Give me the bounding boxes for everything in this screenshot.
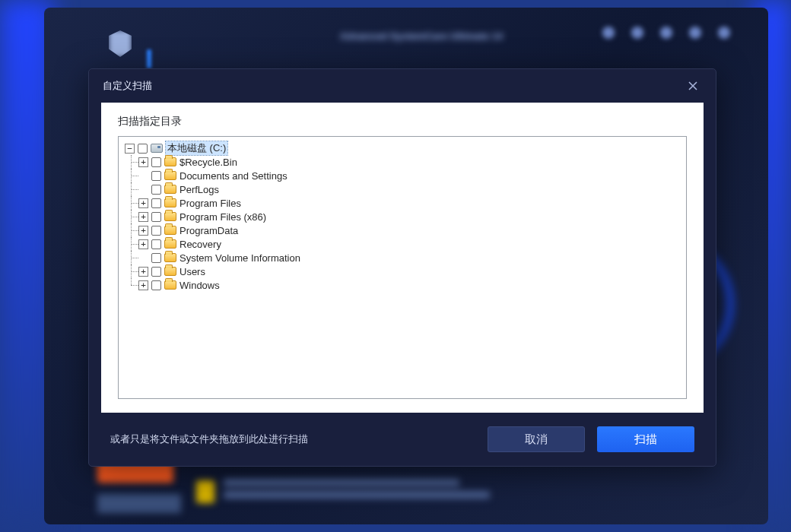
close-icon xyxy=(688,81,697,90)
folder-icon xyxy=(164,185,176,194)
node-label[interactable]: Documents and Settings xyxy=(179,170,287,182)
expand-icon[interactable] xyxy=(138,267,148,277)
dialog-body: 扫描指定目录 本地磁盘 (C:)$Recycle.BinDocuments an… xyxy=(101,103,704,413)
expand-icon[interactable] xyxy=(138,212,148,222)
node-label[interactable]: $Recycle.Bin xyxy=(179,157,237,168)
folder-icon xyxy=(164,239,176,249)
checkbox[interactable] xyxy=(151,253,161,263)
tree-folder-node[interactable]: Windows xyxy=(125,278,680,292)
directory-tree[interactable]: 本地磁盘 (C:)$Recycle.BinDocuments and Setti… xyxy=(118,136,687,399)
folder-icon xyxy=(164,157,176,166)
checkbox[interactable] xyxy=(151,171,161,181)
close-button[interactable] xyxy=(684,77,702,95)
folder-icon xyxy=(164,171,176,180)
tree-folder-node[interactable]: Program Files xyxy=(125,196,680,210)
folder-icon xyxy=(164,226,176,235)
collapse-icon[interactable] xyxy=(125,144,135,154)
checkbox[interactable] xyxy=(151,212,161,222)
dialog-header: 自定义扫描 xyxy=(89,69,716,103)
tree-folder-node[interactable]: PerfLogs xyxy=(125,182,680,196)
cancel-button[interactable]: 取消 xyxy=(488,426,585,452)
checkbox[interactable] xyxy=(151,226,161,236)
node-label[interactable]: 本地磁盘 (C:) xyxy=(166,141,227,155)
checkbox[interactable] xyxy=(151,267,161,277)
checkbox[interactable] xyxy=(151,157,161,167)
expand-icon[interactable] xyxy=(138,239,148,249)
tree-folder-node[interactable]: Users xyxy=(125,264,680,278)
disk-icon xyxy=(151,144,163,153)
checkbox[interactable] xyxy=(151,198,161,208)
bg-bottom-bar xyxy=(97,494,181,513)
drag-drop-hint: 或者只是将文件或文件夹拖放到此处进行扫描 xyxy=(110,432,308,446)
folder-icon xyxy=(164,253,176,262)
checkbox[interactable] xyxy=(151,239,161,249)
folder-icon xyxy=(164,212,176,221)
bg-info-text xyxy=(196,479,500,505)
custom-scan-dialog: 自定义扫描 扫描指定目录 本地磁盘 (C:)$Recycle.BinDocume… xyxy=(88,68,716,467)
footer-buttons: 取消 扫描 xyxy=(488,426,694,452)
node-label[interactable]: Users xyxy=(179,266,205,277)
section-label: 扫描指定目录 xyxy=(118,115,687,128)
dialog-footer: 或者只是将文件或文件夹拖放到此处进行扫描 取消 扫描 xyxy=(89,413,716,466)
tree-folder-node[interactable]: Program Files (x86) xyxy=(125,210,680,223)
checkbox[interactable] xyxy=(138,144,148,154)
tree-folder-node[interactable]: $Recycle.Bin xyxy=(125,155,680,169)
bg-tab-indicator xyxy=(147,49,151,68)
tree-folder-node[interactable]: Recovery xyxy=(125,237,680,251)
expand-icon[interactable] xyxy=(138,157,148,167)
expand-icon[interactable] xyxy=(138,226,148,236)
folder-icon xyxy=(164,198,176,207)
node-label[interactable]: Program Files xyxy=(179,198,241,209)
expand-icon[interactable] xyxy=(138,198,148,208)
checkbox[interactable] xyxy=(151,280,161,290)
tree-root-node[interactable]: 本地磁盘 (C:) xyxy=(125,141,680,155)
bg-shield-icon xyxy=(109,30,132,57)
tree-folder-node[interactable]: System Volume Information xyxy=(125,251,680,264)
bg-window-controls xyxy=(602,27,730,39)
dialog-title: 自定义扫描 xyxy=(103,79,152,93)
node-label[interactable]: Recovery xyxy=(179,239,221,250)
tree-folder-node[interactable]: Documents and Settings xyxy=(125,169,680,182)
node-label[interactable]: Program Files (x86) xyxy=(179,211,266,223)
node-label[interactable]: System Volume Information xyxy=(179,252,300,264)
checkbox[interactable] xyxy=(151,185,161,195)
node-label[interactable]: PerfLogs xyxy=(179,184,219,195)
folder-icon xyxy=(164,267,176,276)
expand-icon[interactable] xyxy=(138,280,148,290)
scan-button[interactable]: 扫描 xyxy=(597,426,694,452)
tree-folder-node[interactable]: ProgramData xyxy=(125,223,680,237)
folder-icon xyxy=(164,280,176,290)
node-label[interactable]: ProgramData xyxy=(179,225,238,236)
node-label[interactable]: Windows xyxy=(179,280,220,291)
bg-app-title: Advanced SystemCare Ultimate 14 xyxy=(340,30,503,42)
